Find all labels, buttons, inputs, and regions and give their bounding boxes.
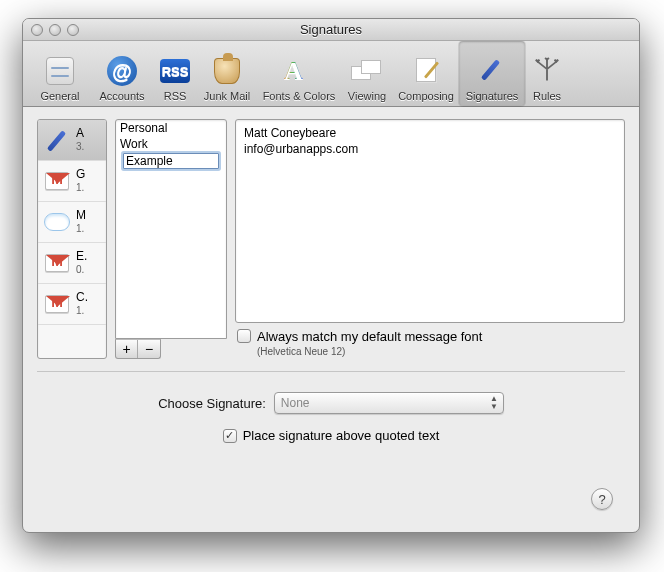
toolbar-junk-mail[interactable]: Junk Mail xyxy=(197,41,257,106)
fonts-icon: A xyxy=(283,55,315,87)
account-sub: 0. xyxy=(76,264,87,276)
place-above-row: ✓ Place signature above quoted text xyxy=(37,422,625,455)
toolbar-label: Signatures xyxy=(466,90,519,102)
toolbar-label: Viewing xyxy=(348,90,386,102)
match-font-label: Always match my default message font xyxy=(257,329,482,344)
account-name: E. xyxy=(76,250,87,264)
signature-body-editor[interactable]: Matt Coneybeare info@urbanapps.com xyxy=(235,119,625,323)
toolbar-viewing[interactable]: Viewing xyxy=(341,41,393,106)
account-row[interactable]: A3. xyxy=(38,120,106,161)
at-icon: @ xyxy=(106,55,138,87)
gmail-icon xyxy=(42,248,72,278)
choose-signature-row: Choose Signature: None ▲▼ xyxy=(37,384,625,422)
place-above-label: Place signature above quoted text xyxy=(243,428,440,443)
toolbar-general[interactable]: General xyxy=(29,41,91,106)
account-row[interactable] xyxy=(38,325,106,359)
account-name: G xyxy=(76,168,85,182)
divider xyxy=(37,371,625,372)
toolbar-rss[interactable]: RSS RSS xyxy=(153,41,197,106)
junk-bag-icon xyxy=(211,55,243,87)
toolbar-label: Junk Mail xyxy=(204,90,250,102)
signature-line: Matt Coneybeare xyxy=(244,126,616,142)
signature-name-input[interactable] xyxy=(123,153,219,169)
account-row[interactable]: G1. xyxy=(38,161,106,202)
titlebar: Signatures xyxy=(23,19,639,41)
gmail-icon xyxy=(42,166,72,196)
popup-arrows-icon: ▲▼ xyxy=(490,395,498,411)
match-font-row: Always match my default message font (He… xyxy=(235,323,625,359)
account-name: M xyxy=(76,209,86,223)
account-sub: 1. xyxy=(76,182,85,194)
choose-signature-label: Choose Signature: xyxy=(158,396,266,411)
account-sub: 1. xyxy=(76,305,88,317)
account-row[interactable]: C.1. xyxy=(38,284,106,325)
signature-pen-icon xyxy=(476,55,508,87)
toolbar-label: RSS xyxy=(164,90,187,102)
toolbar-label: Composing xyxy=(398,90,454,102)
signature-item[interactable]: Work xyxy=(116,136,226,152)
toolbar-rules[interactable]: Rules xyxy=(525,41,569,106)
account-name: C. xyxy=(76,291,88,305)
signature-pen-icon xyxy=(42,125,72,155)
popup-value: None xyxy=(281,396,310,410)
choose-signature-popup[interactable]: None ▲▼ xyxy=(274,392,504,414)
preferences-toolbar: General @ Accounts RSS RSS Junk Mail A F… xyxy=(23,41,639,107)
signature-body-column: Matt Coneybeare info@urbanapps.com Alway… xyxy=(235,119,625,359)
rules-arrows-icon xyxy=(531,55,563,87)
toolbar-accounts[interactable]: @ Accounts xyxy=(91,41,153,106)
envelopes-icon xyxy=(351,55,383,87)
signature-item-editing[interactable] xyxy=(119,152,223,170)
signature-item[interactable]: Personal xyxy=(116,120,226,136)
match-font-checkbox[interactable] xyxy=(237,329,251,343)
add-remove-segment: + − xyxy=(115,339,161,359)
place-above-checkbox[interactable]: ✓ xyxy=(223,429,237,443)
account-sub: 1. xyxy=(76,223,86,235)
toolbar-label: General xyxy=(40,90,79,102)
toolbar-label: Accounts xyxy=(99,90,144,102)
window-title: Signatures xyxy=(23,22,639,37)
toolbar-label: Rules xyxy=(533,90,561,102)
toolbar-fonts-colors[interactable]: A Fonts & Colors xyxy=(257,41,341,106)
account-sub: 3. xyxy=(76,141,84,153)
gmail-icon xyxy=(42,289,72,319)
signature-list[interactable]: Personal Work xyxy=(115,119,227,339)
account-name: A xyxy=(76,127,84,141)
match-font-sub: (Helvetica Neue 12) xyxy=(257,346,482,357)
signature-names-column: Personal Work + − xyxy=(115,119,227,359)
sliders-icon xyxy=(44,55,76,87)
account-row[interactable]: E.0. xyxy=(38,243,106,284)
toolbar-composing[interactable]: Composing xyxy=(393,41,459,106)
preferences-window: Signatures General @ Accounts RSS RSS Ju… xyxy=(22,18,640,533)
remove-signature-button[interactable]: − xyxy=(138,340,160,358)
compose-icon xyxy=(410,55,442,87)
accounts-list[interactable]: A3. G1. M1. E.0. C.1. xyxy=(37,119,107,359)
signature-line: info@urbanapps.com xyxy=(244,142,616,158)
toolbar-signatures[interactable]: Signatures xyxy=(459,41,525,106)
toolbar-label: Fonts & Colors xyxy=(263,90,336,102)
account-row[interactable]: M1. xyxy=(38,202,106,243)
cloud-icon xyxy=(42,207,72,237)
rss-icon: RSS xyxy=(159,55,191,87)
content-area: A3. G1. M1. E.0. C.1. xyxy=(23,107,639,469)
add-signature-button[interactable]: + xyxy=(116,340,138,358)
help-button[interactable]: ? xyxy=(591,488,613,510)
